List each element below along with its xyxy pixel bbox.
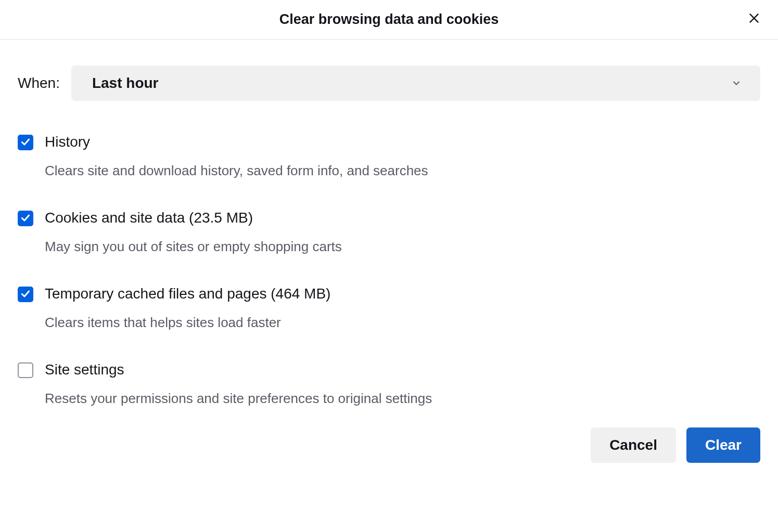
option-text: Site settings Resets your permissions an… <box>45 361 432 407</box>
option-text: Cookies and site data (23.5 MB) May sign… <box>45 209 342 255</box>
option-text: Temporary cached files and pages (464 MB… <box>45 285 330 331</box>
clear-button[interactable]: Clear <box>686 427 760 463</box>
clear-options-list: History Clears site and download history… <box>18 133 760 407</box>
option-cookies: Cookies and site data (23.5 MB) May sign… <box>18 209 760 255</box>
time-range-select-wrap: Last hour <box>71 66 760 101</box>
option-description: May sign you out of sites or empty shopp… <box>45 238 342 255</box>
time-range-select[interactable]: Last hour <box>71 66 760 101</box>
checkbox-cache[interactable] <box>18 287 33 302</box>
dialog-title: Clear browsing data and cookies <box>279 11 499 28</box>
option-label: Cookies and site data (23.5 MB) <box>45 209 342 227</box>
option-text: History Clears site and download history… <box>45 133 428 179</box>
option-description: Resets your permissions and site prefere… <box>45 390 432 407</box>
option-cache: Temporary cached files and pages (464 MB… <box>18 285 760 331</box>
option-label: History <box>45 133 428 151</box>
checkmark-icon <box>20 211 31 227</box>
option-label: Temporary cached files and pages (464 MB… <box>45 285 330 303</box>
option-history: History Clears site and download history… <box>18 133 760 179</box>
clear-data-dialog: Clear browsing data and cookies When: La… <box>0 0 778 481</box>
option-label: Site settings <box>45 361 432 379</box>
checkmark-icon <box>20 135 31 151</box>
option-site-settings: Site settings Resets your permissions an… <box>18 361 760 407</box>
option-description: Clears site and download history, saved … <box>45 162 428 179</box>
cancel-button[interactable]: Cancel <box>591 427 676 463</box>
checkbox-history[interactable] <box>18 135 33 150</box>
checkbox-cookies[interactable] <box>18 211 33 226</box>
checkmark-icon <box>20 287 31 303</box>
dialog-body: When: Last hour <box>0 40 778 412</box>
dialog-header: Clear browsing data and cookies <box>0 0 778 40</box>
when-label: When: <box>18 75 60 92</box>
close-icon <box>747 11 761 27</box>
dialog-footer: Cancel Clear <box>0 412 778 481</box>
time-range-selected-value: Last hour <box>92 75 159 92</box>
checkbox-site-settings[interactable] <box>18 362 33 378</box>
close-button[interactable] <box>744 8 764 29</box>
option-description: Clears items that helps sites load faste… <box>45 314 330 331</box>
time-range-row: When: Last hour <box>18 66 760 101</box>
